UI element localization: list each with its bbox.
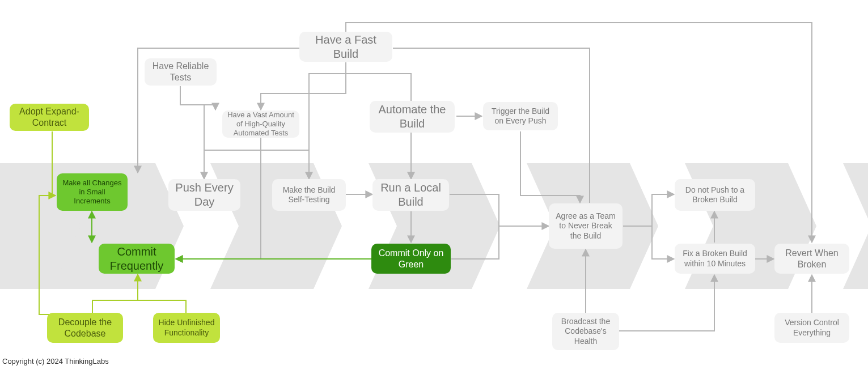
node-automate-build: Automate the Build xyxy=(370,101,455,133)
node-have-vast-tests: Have a Vast Amount of High-Quality Autom… xyxy=(222,110,299,138)
node-have-fast-build: Have a Fast Build xyxy=(299,32,392,62)
node-version-control: Version Control Everything xyxy=(774,313,849,343)
node-push-every-day: Push Every Day xyxy=(168,179,240,211)
copyright: Copyright (c) 2024 ThinkingLabs xyxy=(2,357,109,365)
node-hide-unfinished: Hide Unfinished Functionality xyxy=(153,313,220,343)
node-run-local-build: Run a Local Build xyxy=(372,179,449,211)
node-decouple-codebase: Decouple the Codebase xyxy=(47,313,123,343)
node-revert-when-broken: Revert When Broken xyxy=(774,244,849,274)
diagram-canvas: Adopt Expand-Contract Make all Changes i… xyxy=(0,0,868,370)
node-have-reliable-tests: Have Reliable Tests xyxy=(145,58,217,86)
node-make-build-selftesting: Make the Build Self-Testing xyxy=(272,179,346,211)
node-agree-never-break: Agree as a Team to Never Break the Build xyxy=(549,203,623,249)
node-do-not-push-broken: Do not Push to a Broken Build xyxy=(675,179,755,211)
node-fix-broken-10min: Fix a Broken Build within 10 Minutes xyxy=(675,244,755,274)
node-commit-frequently: Commit Frequently xyxy=(99,244,175,274)
node-broadcast-health: Broadcast the Codebase's Health xyxy=(552,313,619,350)
node-trigger-build-push: Trigger the Build on Every Push xyxy=(483,102,558,130)
node-make-all-changes: Make all Changes in Small Increments xyxy=(57,173,128,211)
node-adopt-expand-contract: Adopt Expand-Contract xyxy=(10,104,89,131)
node-commit-only-green: Commit Only on Green xyxy=(371,244,451,274)
